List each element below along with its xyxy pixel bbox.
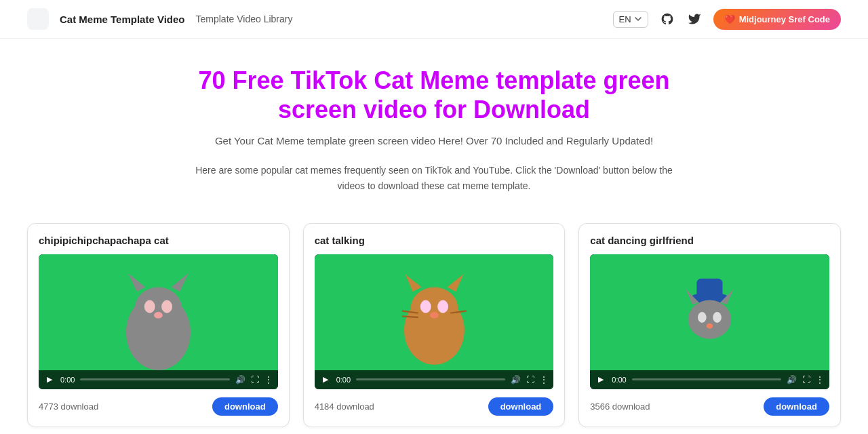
hero-title: 70 Free TikTok Cat Meme template green s… [163, 66, 705, 124]
play-icon-2[interactable]: ▶ [320, 374, 331, 385]
lang-label: EN [619, 14, 631, 24]
card-2: cat talking [303, 223, 566, 427]
header: 🐱 Cat Meme Template Video Template Video… [0, 0, 868, 39]
card-2-video[interactable]: ▶ 0:00 🔊 ⛶ ⋮ [315, 254, 554, 389]
svg-marker-4 [128, 273, 145, 292]
svg-point-7 [161, 300, 172, 313]
svg-rect-20 [697, 279, 723, 300]
progress-bar-3[interactable] [632, 378, 781, 380]
nav-library-link[interactable]: Template Video Library [196, 14, 293, 24]
play-icon-3[interactable]: ▶ [595, 374, 606, 385]
site-logo: 🐱 [27, 8, 49, 30]
time-3: 0:00 [612, 376, 626, 384]
volume-icon-2[interactable]: 🔊 [511, 375, 521, 384]
card-1-title: chipipichipchapachapa cat [39, 235, 278, 246]
svg-point-26 [707, 323, 713, 329]
github-icon[interactable] [659, 11, 675, 27]
fullscreen-icon-1[interactable]: ⛶ [251, 375, 259, 384]
svg-rect-0 [27, 8, 49, 30]
hero-subtitle: Get Your Cat Meme template green screen … [14, 135, 854, 146]
fullscreen-icon-2[interactable]: ⛶ [526, 375, 534, 384]
card-1-video[interactable]: ▶ 0:00 🔊 ⛶ ⋮ [39, 254, 278, 389]
card-1: chipipichipchapachapa cat [27, 223, 290, 427]
more-icon-2[interactable]: ⋮ [540, 375, 548, 384]
card-1-footer: 4773 download download [39, 397, 278, 416]
cat-svg-1 [75, 268, 242, 376]
cards-section: chipipichipchapachapa cat [0, 207, 868, 434]
svg-point-6 [144, 300, 155, 313]
hero-section: 70 Free TikTok Cat Meme template green s… [0, 39, 868, 207]
twitter-icon[interactable] [686, 11, 703, 27]
svg-point-8 [154, 312, 163, 319]
svg-point-3 [134, 288, 182, 330]
svg-point-10 [410, 288, 458, 330]
progress-bar-2[interactable] [356, 378, 505, 380]
site-title: Cat Meme Template Video [60, 14, 185, 25]
chevron-down-icon [634, 15, 642, 23]
svg-point-14 [437, 300, 448, 313]
svg-point-24 [698, 312, 707, 323]
more-icon-1[interactable]: ⋮ [264, 375, 273, 384]
card-2-title: cat talking [315, 235, 554, 246]
midjourney-label: Midjourney Sref Code [739, 14, 830, 24]
header-right: EN ❤️ Midjourney Sref Code [613, 9, 841, 30]
svg-point-13 [420, 300, 431, 313]
card-2-footer: 4184 download download [315, 397, 554, 416]
card-3: cat dancing girlfriend [578, 223, 841, 427]
svg-marker-12 [447, 275, 463, 292]
svg-marker-5 [171, 273, 188, 292]
card-3-video[interactable]: ▶ 0:00 🔊 ⛶ ⋮ [590, 254, 829, 389]
progress-bar-1[interactable] [80, 378, 229, 380]
heart-icon: ❤️ [724, 14, 735, 24]
time-2: 0:00 [336, 376, 351, 384]
svg-marker-11 [405, 275, 421, 292]
cards-grid: chipipichipchapachapa cat [27, 223, 841, 434]
cat-svg-2 [351, 268, 518, 376]
cat-svg-3 [626, 268, 793, 376]
svg-line-17 [401, 316, 418, 317]
svg-point-25 [713, 312, 722, 323]
fullscreen-icon-3[interactable]: ⛶ [802, 375, 810, 384]
card-1-download-button[interactable]: download [212, 397, 278, 416]
play-icon-1[interactable]: ▶ [44, 374, 55, 385]
card-2-count: 4184 download [315, 401, 374, 412]
card-3-download-button[interactable]: download [764, 397, 829, 416]
svg-point-15 [430, 312, 439, 319]
more-icon-3[interactable]: ⋮ [816, 375, 824, 384]
svg-point-21 [688, 300, 731, 339]
card-3-title: cat dancing girlfriend [590, 235, 829, 246]
card-3-count: 3566 download [590, 401, 650, 412]
time-1: 0:00 [60, 376, 75, 384]
language-selector[interactable]: EN [613, 11, 648, 28]
volume-icon-1[interactable]: 🔊 [235, 375, 245, 384]
card-3-footer: 3566 download download [590, 397, 829, 416]
volume-icon-3[interactable]: 🔊 [787, 375, 797, 384]
card-1-count: 4773 download [39, 401, 98, 412]
midjourney-button[interactable]: ❤️ Midjourney Sref Code [713, 9, 841, 30]
card-2-download-button[interactable]: download [488, 397, 554, 416]
hero-description: Here are some popular cat memes frequent… [190, 163, 678, 193]
